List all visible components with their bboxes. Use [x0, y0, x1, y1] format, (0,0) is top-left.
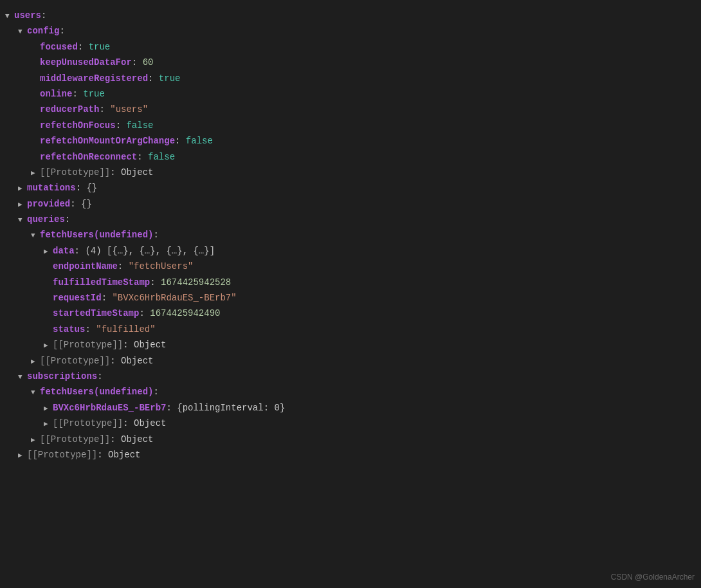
proto-queries-val: Object: [121, 354, 153, 368]
fetchusers-toggle[interactable]: [31, 230, 40, 242]
middleware-val: true: [159, 71, 181, 86]
proto-fetchusers-val: Object: [134, 338, 166, 352]
startedts-key: startedTimeStamp: [53, 306, 139, 320]
subscriptions-row: subscriptions:: [5, 369, 696, 384]
fulfilledts-val: 1674425942528: [161, 275, 231, 289]
proto-fetchusers-toggle[interactable]: [44, 340, 53, 352]
proto-users-toggle[interactable]: [18, 450, 27, 462]
fetchusers-row: fetchUsers(undefined):: [5, 227, 696, 243]
endpointname-key: endpointName: [53, 259, 118, 273]
proto-queries-key: [[Prototype]]: [40, 354, 110, 368]
middleware-key: middlewareRegistered: [40, 71, 148, 86]
provided-row: provided: {}: [5, 196, 696, 212]
proto-fetchuserssub-key: [[Prototype]]: [53, 416, 123, 430]
refetchfocus-val: false: [126, 118, 153, 133]
subscriptions-key: subscriptions: [27, 369, 97, 383]
bvx-val: {pollingInterval: 0}: [177, 401, 285, 415]
proto-subscriptions-toggle[interactable]: [31, 435, 40, 446]
data-val: (4) [{…}, {…}, {…}, {…}]: [85, 244, 215, 258]
requestid-row: requestId: "BVXc6HrbRdauES_-BErb7": [5, 290, 696, 306]
proto-fetchuserssub-row: [[Prototype]]: Object: [5, 416, 696, 431]
refetchfocus-row: refetchOnFocus: false: [5, 118, 696, 133]
proto-config-toggle[interactable]: [31, 168, 40, 179]
status-key: status: [53, 322, 85, 336]
requestid-key: requestId: [53, 291, 102, 305]
data-row: data: (4) [{…}, {…}, {…}, {…}]: [5, 243, 696, 259]
proto-users-val: Object: [108, 448, 140, 462]
proto-subscriptions-key: [[Prototype]]: [40, 432, 110, 446]
proto-queries-toggle[interactable]: [31, 356, 40, 368]
provided-key: provided: [27, 197, 70, 211]
mutations-toggle[interactable]: [18, 183, 27, 195]
mutations-key: mutations: [27, 181, 76, 195]
reducerpath-val: "users": [110, 102, 148, 116]
refetchmount-key: refetchOnMountOrArgChange: [40, 134, 175, 148]
fulfilledts-row: fulfilledTimeStamp: 1674425942528: [5, 275, 696, 290]
requestid-val: "BVXc6HrbRdauES_-BErb7": [112, 291, 236, 305]
fulfilledts-key: fulfilledTimeStamp: [53, 275, 150, 289]
online-val: true: [83, 87, 105, 101]
refetchfocus-key: refetchOnFocus: [40, 118, 116, 133]
online-key: online: [40, 87, 72, 101]
refetchrecon-key: refetchOnReconnect: [40, 150, 137, 164]
queries-toggle[interactable]: [18, 215, 27, 226]
middleware-row: middlewareRegistered: true: [5, 71, 696, 86]
mutations-val: {}: [86, 181, 97, 195]
proto-fetchuserssub-val: Object: [134, 416, 166, 430]
config-key: config: [27, 24, 59, 38]
refetchmount-val: false: [186, 134, 213, 148]
proto-config-val: Object: [121, 165, 153, 179]
proto-subscriptions-val: Object: [121, 432, 153, 446]
focused-val: true: [89, 40, 111, 54]
bvx-key: BVXc6HrbRdauES_-BErb7: [53, 401, 166, 415]
startedts-val: 1674425942490: [150, 306, 220, 320]
startedts-row: startedTimeStamp: 1674425942490: [5, 306, 696, 321]
proto-users-row: [[Prototype]]: Object: [5, 447, 696, 463]
data-key: data: [53, 244, 75, 258]
provided-val: {}: [81, 197, 92, 211]
queries-key: queries: [27, 212, 65, 226]
proto-users-key: [[Prototype]]: [27, 448, 97, 462]
keepunused-row: keepUnusedDataFor: 60: [5, 55, 696, 70]
provided-toggle[interactable]: [18, 199, 27, 211]
online-row: online: true: [5, 86, 696, 102]
proto-fetchusers-row: [[Prototype]]: Object: [5, 337, 696, 353]
proto-queries-row: [[Prototype]]: Object: [5, 353, 696, 369]
proto-subscriptions-row: [[Prototype]]: Object: [5, 432, 696, 447]
fetchusers-subscr-row: fetchUsers(undefined):: [5, 384, 696, 400]
status-row: status: "fulfilled": [5, 322, 696, 337]
refetchmount-row: refetchOnMountOrArgChange: false: [5, 133, 696, 149]
reducerpath-row: reducerPath: "users": [5, 102, 696, 117]
refetchrecon-val: false: [148, 150, 175, 164]
queries-row: queries:: [5, 212, 696, 227]
endpointname-row: endpointName: "fetchUsers": [5, 259, 696, 274]
data-toggle[interactable]: [44, 246, 53, 258]
endpointname-val: "fetchUsers": [129, 259, 194, 273]
refetchrecon-row: refetchOnReconnect: false: [5, 149, 696, 165]
proto-fetchuserssub-toggle[interactable]: [44, 419, 53, 430]
config-row: config:: [5, 23, 696, 39]
status-val: "fulfilled": [96, 322, 155, 336]
config-toggle[interactable]: [18, 26, 27, 38]
focused-key: focused: [40, 40, 78, 54]
fetchusers-subscr-key: fetchUsers(undefined): [40, 385, 153, 399]
subscriptions-toggle[interactable]: [18, 372, 27, 383]
bvx-toggle[interactable]: [44, 403, 53, 415]
bvx-row: BVXc6HrbRdauES_-BErb7: {pollingInterval:…: [5, 400, 696, 416]
mutations-row: mutations: {}: [5, 180, 696, 196]
users-toggle[interactable]: [5, 11, 14, 23]
proto-config-row: [[Prototype]]: Object: [5, 165, 696, 180]
fetchusers-key: fetchUsers(undefined): [40, 228, 153, 242]
proto-fetchusers-key: [[Prototype]]: [53, 338, 123, 352]
focused-row: focused: true: [5, 39, 696, 55]
keepunused-key: keepUnusedDataFor: [40, 55, 132, 69]
tree-container: users: config: focused: true keepUnusedD…: [0, 5, 701, 465]
fetchusers-subscr-toggle[interactable]: [31, 387, 40, 399]
watermark: CSDN @GoldenaArcher: [611, 573, 695, 582]
users-key: users: [14, 8, 41, 23]
keepunused-val: 60: [143, 55, 154, 69]
users-row: users:: [5, 8, 696, 23]
proto-config-key: [[Prototype]]: [40, 165, 110, 179]
reducerpath-key: reducerPath: [40, 102, 99, 116]
